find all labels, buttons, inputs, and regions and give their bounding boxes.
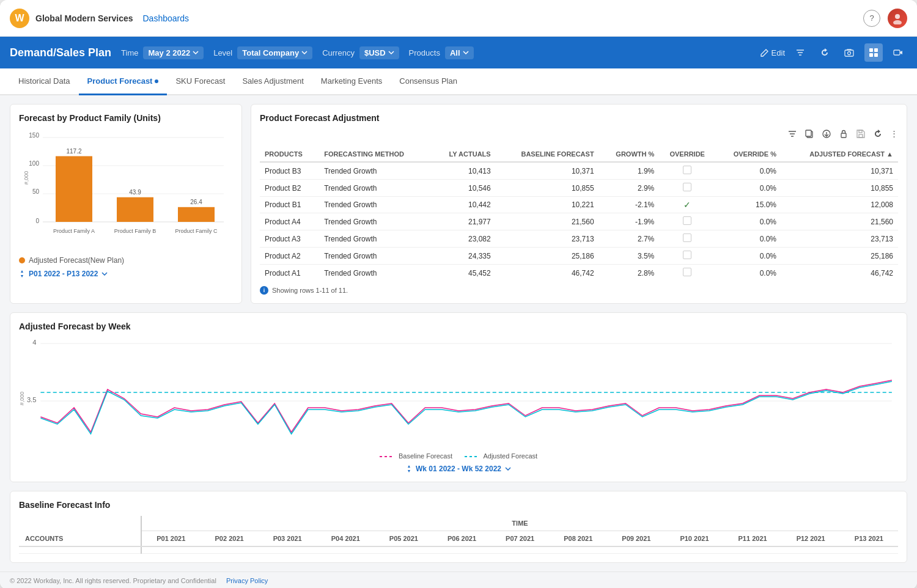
svg-text:Product Family B: Product Family B [114,228,157,234]
tab-historical-data[interactable]: Historical Data [10,68,79,95]
camera-button[interactable] [840,43,858,62]
svg-text:Product Family A: Product Family A [53,228,95,234]
weekly-chart-legend: Baseline Forecast Adjusted Forecast [19,452,898,460]
table-row: Product A2 Trended Growth 24,335 25,186 … [260,248,898,265]
baseline-card-title: Baseline Forecast Info [19,500,898,510]
time-period-header: P06 2021 [433,531,491,547]
svg-text:50: 50 [32,188,40,195]
col-override: OVERRIDE [659,147,715,162]
svg-rect-4 [869,48,873,52]
table-row: Product A3 Trended Growth 23,082 23,713 … [260,230,898,248]
svg-rect-6 [869,53,873,57]
col-override-pct: OVERRIDE % [715,147,781,162]
main-content: Forecast by Product Family (Units) 150 1… [0,95,917,571]
table-row: Product A1 Trended Growth 45,452 46,742 … [260,265,898,282]
weekly-date-range[interactable]: Wk 01 2022 - Wk 52 2022 [19,465,898,473]
legend-dot [19,257,25,263]
filter-icon-button[interactable] [791,43,809,62]
currency-filter[interactable]: $USD [359,46,399,59]
privacy-policy-link[interactable]: Privacy Policy [226,577,268,584]
svg-text:26.4: 26.4 [190,199,202,205]
svg-text:43.9: 43.9 [129,189,141,196]
weekly-chart-area: 4 3.5 3 #,000 Wk 01 2022 [19,337,898,447]
tabs-bar: Historical Data Product Forecast SKU For… [0,68,917,95]
tab-product-forecast[interactable]: Product Forecast [79,68,168,95]
table-footer: i Showing rows 1-11 of 11. [260,286,898,295]
table-footer-text: Showing rows 1-11 of 11. [272,287,348,294]
time-period-header: P01 2021 [141,531,201,547]
info-icon: i [260,286,268,295]
save-toolbar-btn[interactable] [856,129,866,141]
svg-text:4: 4 [32,339,36,346]
chart-date-range[interactable]: P01 2022 - P13 2022 [19,270,233,278]
col-products: PRODUCTS [260,147,319,162]
page-footer: © 2022 Workday, Inc. All rights reserved… [0,571,917,588]
table-row: Product B1 Trended Growth 10,442 10,221 … [260,197,898,213]
svg-point-0 [895,14,900,19]
chart-legend: Adjusted Forecast(New Plan) [19,256,233,265]
svg-rect-7 [874,53,878,57]
filter-toolbar-btn[interactable] [787,129,797,141]
svg-rect-18 [56,156,92,222]
bar-chart-card: Forecast by Product Family (Units) 150 1… [10,104,242,304]
refresh-toolbar-btn[interactable] [873,129,883,141]
svg-point-1 [893,20,902,24]
time-period-header: P09 2021 [607,531,665,547]
col-method: FORECASTING METHOD [319,147,431,162]
svg-text:150: 150 [29,132,39,139]
help-button[interactable]: ? [863,10,880,27]
accounts-col-header: ACCOUNTS [19,516,141,546]
svg-rect-8 [894,50,900,55]
svg-rect-2 [845,50,853,56]
svg-rect-33 [859,130,862,133]
tab-marketing-events[interactable]: Marketing Events [312,68,391,95]
video-button[interactable] [889,43,907,62]
svg-rect-22 [178,207,215,222]
copy-toolbar-btn[interactable] [805,129,814,141]
svg-text:117.2: 117.2 [66,148,81,155]
tab-sku-forecast[interactable]: SKU Forecast [167,68,234,95]
col-ly-actuals: LY ACTUALS [432,147,496,162]
time-period-header: P08 2021 [549,531,607,547]
refresh-button[interactable] [816,43,834,62]
dashboards-link[interactable]: Dashboards [143,13,190,23]
level-filter[interactable]: Total Company [237,46,312,59]
col-baseline: BASELINE FORECAST [496,147,599,162]
baseline-legend: Baseline Forecast [380,452,452,460]
lock-toolbar-btn[interactable] [839,129,849,141]
time-filter[interactable]: May 2 2022 [143,46,204,59]
more-toolbar-btn[interactable]: ⋮ [890,129,898,141]
edit-button[interactable]: Edit [760,48,785,57]
svg-rect-20 [117,197,153,222]
export-toolbar-btn[interactable] [822,129,831,141]
product-forecast-table: PRODUCTS FORECASTING METHOD LY ACTUALS B… [260,147,898,281]
svg-text:100: 100 [29,160,39,167]
time-period-header: P13 2021 [840,531,898,547]
adjusted-legend: Adjusted Forecast [465,452,537,460]
time-period-header: P10 2021 [665,531,723,547]
col-adjusted: ADJUSTED FORECAST ▲ [781,147,898,162]
svg-rect-32 [859,134,863,138]
user-avatar[interactable] [888,9,907,28]
header-bar: Demand/Sales Plan Time May 2 2022 Level … [0,37,917,68]
time-period-header: P04 2021 [317,531,375,547]
svg-rect-28 [806,130,811,136]
tab-consensus-plan[interactable]: Consensus Plan [391,68,466,95]
svg-text:#,000: #,000 [19,392,25,405]
legend-label: Adjusted Forecast(New Plan) [29,256,124,265]
svg-rect-31 [841,133,846,138]
svg-text:#,000: #,000 [23,171,29,185]
svg-rect-5 [874,48,878,52]
top-navigation: W Global Modern Services Dashboards ? [0,0,917,37]
svg-point-3 [848,52,851,55]
table-card-title: Product Forecast Adjustment [260,113,898,123]
accounts-cell [19,546,141,554]
tab-sales-adjustment[interactable]: Sales Adjustment [234,68,312,95]
time-period-header: P11 2021 [724,531,782,547]
copyright-text: © 2022 Workday, Inc. All rights reserved… [10,577,216,584]
products-filter[interactable]: All [445,46,474,59]
bar-chart-title: Forecast by Product Family (Units) [19,113,233,123]
grid-view-button[interactable] [864,43,883,62]
svg-text:Product Family C: Product Family C [175,228,218,234]
time-period-header: P05 2021 [375,531,433,547]
